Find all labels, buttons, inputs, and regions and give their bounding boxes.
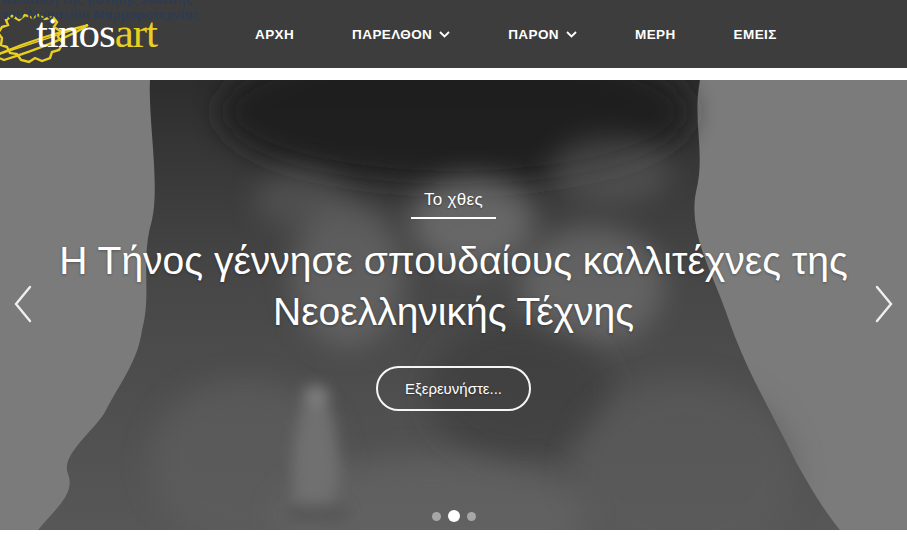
carousel-dot-2-active[interactable] <box>448 510 460 522</box>
nav-item-about[interactable]: ΕΜΕΙΣ <box>734 27 777 42</box>
carousel-prev-button[interactable] <box>8 283 38 327</box>
carousel-next-button[interactable] <box>869 283 899 327</box>
page: ανάδειξη της μόνιμης έκθεσης του Μουσείο… <box>0 0 907 536</box>
brand-logo[interactable]: ανάδειξη της μόνιμης έκθεσης του Μουσείο… <box>0 0 260 68</box>
hero-title: Η Τήνος γέννησε σπουδαίους καλλιτέχνες τ… <box>0 235 907 338</box>
nav-item-home[interactable]: ΑΡΧΗ <box>255 27 294 42</box>
hero-kicker: Το χθες <box>411 190 496 219</box>
nav-item-home-label: ΑΡΧΗ <box>255 27 294 42</box>
chevron-left-icon <box>12 285 34 323</box>
nav-item-present-label: ΠΑΡΟΝ <box>508 27 559 42</box>
nav-item-about-label: ΕΜΕΙΣ <box>734 27 777 42</box>
site-header: ανάδειξη της μόνιμης έκθεσης του Μουσείο… <box>0 0 907 68</box>
hero-carousel: Το χθες Η Τήνος γέννησε σπουδαίους καλλι… <box>0 80 907 530</box>
hero-slide-content: Το χθες Η Τήνος γέννησε σπουδαίους καλλι… <box>0 190 907 411</box>
hero-title-line2: Νεοελληνικής Τέχνης <box>0 286 907 337</box>
nav-item-places-label: ΜΕΡΗ <box>635 27 676 42</box>
carousel-dot-3[interactable] <box>467 512 476 521</box>
hero-title-line1: Η Τήνος γέννησε σπουδαίους καλλιτέχνες τ… <box>0 235 907 286</box>
carousel-dot-1[interactable] <box>432 512 441 521</box>
nav-item-past-label: ΠΑΡΕΛΘΟΝ <box>352 27 432 42</box>
explore-button[interactable]: Εξερευνήστε... <box>376 366 531 411</box>
nav-item-present[interactable]: ΠΑΡΟΝ <box>508 27 577 42</box>
chevron-down-icon <box>566 31 577 38</box>
brand-tagline-line2: του Μουσείου Μαρμαροτεχνίας <box>2 8 200 23</box>
carousel-dots <box>0 510 907 522</box>
nav-item-places[interactable]: ΜΕΡΗ <box>635 27 676 42</box>
chevron-right-icon <box>873 285 895 323</box>
nav-item-past[interactable]: ΠΑΡΕΛΘΟΝ <box>352 27 450 42</box>
main-nav: ΑΡΧΗ ΠΑΡΕΛΘΟΝ ΠΑΡΟΝ ΜΕΡΗ ΕΜΕΙΣ <box>255 0 777 68</box>
chevron-down-icon <box>439 31 450 38</box>
brand-tagline: ανάδειξη της μόνιμης έκθεσης του Μουσείο… <box>2 0 200 22</box>
